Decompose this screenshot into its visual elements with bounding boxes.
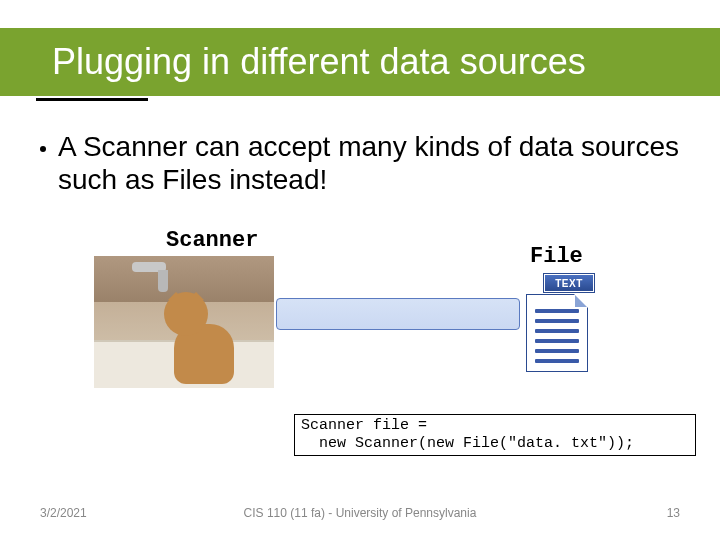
pipe-connector bbox=[276, 298, 520, 330]
code-line-2: new Scanner(new File("data. txt")); bbox=[301, 435, 634, 452]
body-area: A Scanner can accept many kinds of data … bbox=[40, 130, 680, 216]
title-underline bbox=[36, 98, 148, 101]
scanner-label: Scanner bbox=[166, 228, 258, 253]
slide-title: Plugging in different data sources bbox=[52, 41, 586, 83]
bullet-row: A Scanner can accept many kinds of data … bbox=[40, 130, 680, 196]
document-icon bbox=[526, 294, 588, 372]
title-bar: Plugging in different data sources bbox=[0, 28, 720, 96]
file-label: File bbox=[530, 244, 583, 269]
bullet-text: A Scanner can accept many kinds of data … bbox=[58, 130, 680, 196]
file-icon: TEXT bbox=[522, 274, 594, 372]
footer-center: CIS 110 (11 fa) - University of Pennsylv… bbox=[0, 506, 720, 520]
code-snippet: Scanner file = new Scanner(new File("dat… bbox=[294, 414, 696, 456]
text-badge: TEXT bbox=[544, 274, 594, 292]
document-lines bbox=[535, 309, 579, 363]
footer-page-number: 13 bbox=[667, 506, 680, 520]
cat-shape bbox=[164, 284, 244, 384]
scanner-image bbox=[94, 256, 274, 388]
cat-head bbox=[164, 292, 208, 336]
code-line-1: Scanner file = bbox=[301, 417, 427, 434]
bullet-icon bbox=[40, 146, 46, 152]
diagram: Scanner File TEXT bbox=[0, 220, 720, 430]
